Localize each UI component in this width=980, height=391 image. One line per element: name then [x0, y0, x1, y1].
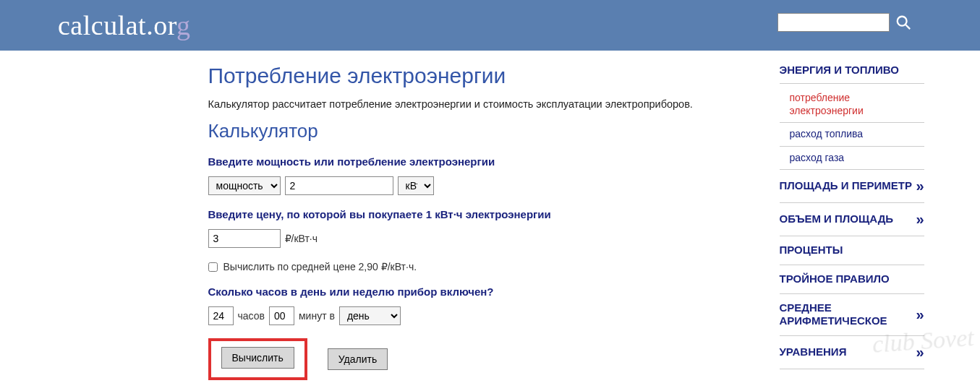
avg-price-row: Вычислить по средней цене 2,90 ₽/кВт·ч. — [208, 261, 751, 272]
logo-dot: . — [146, 10, 153, 40]
sidebar-heading-label: УРАВНЕНИЯ — [780, 345, 847, 359]
calculator-heading: Калькулятор — [208, 120, 751, 142]
chevron-right-icon: » — [916, 343, 924, 361]
search-wrap — [777, 13, 911, 32]
avg-price-checkbox[interactable] — [208, 262, 218, 272]
sidebar-heading-label: ТРОЙНОЕ ПРАВИЛО — [780, 272, 890, 286]
chevron-right-icon: » — [916, 210, 924, 228]
power-unit-select[interactable]: кВт — [398, 176, 434, 195]
sidebar-heading-label: ПЛОЩАДЬ И ПЕРИМЕТР — [780, 179, 912, 193]
sidebar-heading-percent[interactable]: ПРОЦЕНТЫ — [780, 236, 924, 265]
page-body: Потребление электроэнергии Калькулятор р… — [35, 51, 946, 380]
site-header: calculat.org — [0, 0, 980, 51]
power-label: Введите мощность или потребление электро… — [208, 155, 751, 168]
chevron-right-icon: » — [916, 177, 924, 195]
power-type-select[interactable]: мощность — [208, 176, 281, 195]
power-value-input[interactable] — [285, 176, 393, 195]
duration-label: Сколько часов в день или неделю прибор в… — [208, 285, 751, 298]
sidebar-heading-volume[interactable]: ОБЪЕМ И ПЛОЩАДЬ » — [780, 203, 924, 236]
logo-g: g — [176, 10, 191, 40]
calculate-highlight: Вычислить — [208, 338, 307, 380]
avg-price-label: Вычислить по средней цене 2,90 ₽/кВт·ч. — [223, 261, 417, 272]
sidebar-heading-triple[interactable]: ТРОЙНОЕ ПРАВИЛО — [780, 265, 924, 294]
sidebar-heading-average[interactable]: СРЕДНЕЕ АРИФМЕТИЧЕСКОЕ » — [780, 294, 924, 337]
minutes-input[interactable] — [269, 306, 294, 325]
site-logo[interactable]: calculat.org — [58, 9, 191, 41]
logo-r: r — [168, 10, 176, 40]
sidebar-item-gas[interactable]: расход газа — [780, 147, 924, 171]
duration-row: часов минут в день — [208, 306, 751, 325]
search-icon[interactable] — [895, 14, 911, 30]
sidebar-item-electricity[interactable]: потребление электроэнергии — [780, 87, 924, 123]
sidebar: ЭНЕРГИЯ И ТОПЛИВО потребление электроэне… — [780, 64, 946, 380]
sidebar-item-label: расход газа — [790, 152, 845, 165]
svg-point-0 — [898, 17, 907, 26]
price-unit-label: ₽/кВт·ч — [285, 233, 318, 244]
period-select[interactable]: день — [339, 306, 401, 325]
sidebar-heading-area[interactable]: ПЛОЩАДЬ И ПЕРИМЕТР » — [780, 170, 924, 203]
calculate-button[interactable]: Вычислить — [221, 347, 294, 369]
button-row: Вычислить Удалить — [208, 338, 751, 380]
sidebar-heading-label: ОБЪЕМ И ПЛОЩАДЬ — [780, 212, 894, 226]
price-value-input[interactable] — [208, 229, 281, 248]
sidebar-group-energy: ЭНЕРГИЯ И ТОПЛИВО — [780, 64, 924, 84]
search-input[interactable] — [777, 13, 890, 32]
svg-line-1 — [906, 25, 910, 29]
hours-unit-label: часов — [238, 310, 265, 322]
minutes-unit-label: минут в — [299, 310, 335, 322]
sidebar-item-label: расход топлива — [790, 128, 864, 141]
sidebar-item-label: потребление электроэнергии — [790, 92, 924, 117]
sidebar-heading-label: ПРОЦЕНТЫ — [780, 244, 843, 257]
sidebar-item-fuel[interactable]: расход топлива — [780, 123, 924, 147]
sidebar-heading-label: СРЕДНЕЕ АРИФМЕТИЧЕСКОЕ — [780, 301, 916, 329]
main-content: Потребление электроэнергии Калькулятор р… — [35, 64, 780, 380]
delete-button[interactable]: Удалить — [328, 348, 388, 370]
price-row: ₽/кВт·ч — [208, 229, 751, 248]
price-label: Введите цену, по которой вы покупаете 1 … — [208, 208, 751, 220]
page-description: Калькулятор рассчитает потребление элект… — [208, 98, 751, 110]
sidebar-heading-equations[interactable]: УРАВНЕНИЯ » — [780, 336, 924, 369]
power-row: мощность кВт — [208, 176, 751, 195]
logo-o: o — [153, 10, 168, 40]
hours-input[interactable] — [208, 306, 234, 325]
chevron-right-icon: » — [916, 306, 924, 324]
page-title: Потребление электроэнергии — [208, 64, 751, 88]
logo-text: calculat — [58, 10, 146, 40]
